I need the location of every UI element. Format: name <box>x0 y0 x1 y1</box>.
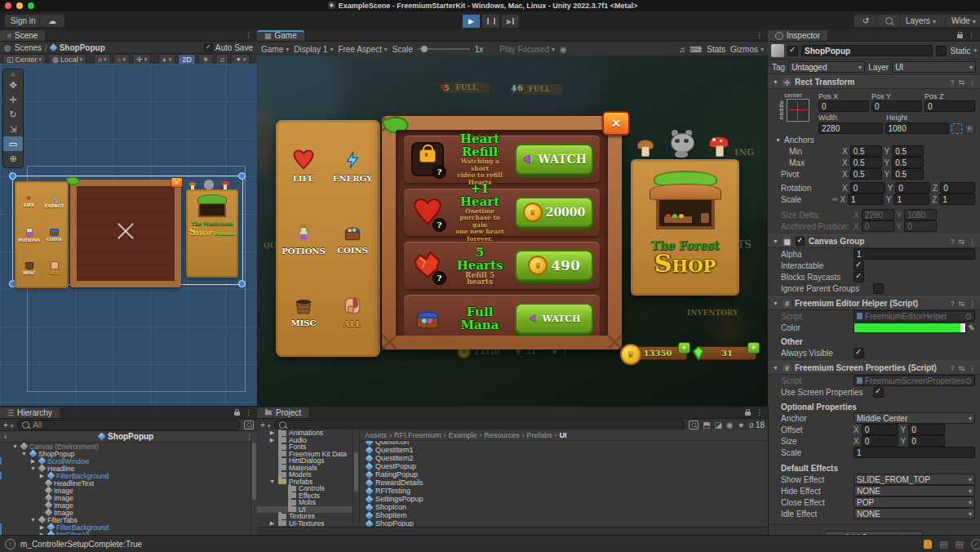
anchor-min-y[interactable]: 0.5 <box>892 145 924 157</box>
folder-tree-scrollbar[interactable] <box>353 430 359 528</box>
help-icon[interactable]: ? <box>950 78 954 87</box>
favorites-icon[interactable]: ★ <box>738 421 745 430</box>
play-button[interactable]: ▶ <box>462 14 481 29</box>
always-visible-checkbox[interactable] <box>854 348 864 358</box>
shop-item-heart-refill[interactable]: ? Heart Refill Watching a short video to… <box>404 136 600 183</box>
auto-save-checkbox[interactable] <box>204 43 212 51</box>
props-scale-field[interactable]: 1 <box>854 447 975 458</box>
hierarchy-scrollbar[interactable] <box>251 441 257 536</box>
tree-row[interactable]: Image <box>0 494 257 501</box>
gameobject-name-field[interactable]: ShopPopup <box>801 45 933 56</box>
rotation-z[interactable]: 0 <box>940 182 975 194</box>
selection-handle[interactable] <box>238 280 246 287</box>
offset-y[interactable]: 0 <box>908 424 945 435</box>
inspector-menu-icon[interactable]: ⋮ <box>968 31 975 39</box>
breadcrumb-shoppopup[interactable]: ShopPopup <box>60 43 105 52</box>
file-row[interactable]: QuestItem1 <box>360 446 768 454</box>
console-message[interactable]: m_ControllerSetupComplete:True <box>20 540 142 549</box>
tab-hierarchy[interactable]: ☰Hierarchy <box>0 407 60 418</box>
watch-button[interactable]: WATCH <box>515 303 593 334</box>
watch-button[interactable]: WATCH <box>515 144 593 175</box>
eyedropper-icon[interactable]: ✎ <box>969 323 975 332</box>
stats-toggle[interactable]: Stats <box>707 45 725 54</box>
maximize-window-icon[interactable] <box>28 2 34 9</box>
raw-mode-button[interactable]: R <box>964 123 975 134</box>
rotation-x[interactable]: 0 <box>850 182 885 194</box>
scene-menu-icon[interactable]: ⋮ <box>245 31 252 39</box>
folder-row[interactable]: ▶Animations <box>257 430 359 437</box>
hidden-count[interactable]: ø18 <box>749 421 765 430</box>
file-row[interactable]: QuestItem2 <box>360 454 768 462</box>
step-button[interactable]: ▶ <box>501 14 520 29</box>
crumb[interactable]: RFI.Freemium <box>394 431 441 439</box>
tree-row[interactable]: ▼Headline <box>0 465 257 472</box>
rect-tool[interactable]: ▭ <box>3 136 23 151</box>
size-y[interactable]: 0 <box>908 435 945 447</box>
active-checkbox[interactable] <box>787 46 798 56</box>
presets-icon[interactable]: ⇆ <box>958 78 964 87</box>
anchor-max-y[interactable]: 0.5 <box>892 157 924 168</box>
pos-x-field[interactable]: 0 <box>818 100 869 112</box>
toolstrip-handle[interactable]: ≡ <box>3 71 23 78</box>
filter-tab-all[interactable]: ALL <box>328 274 377 347</box>
height-field[interactable]: 1080 <box>885 122 950 134</box>
anchor-max-x[interactable]: 0.5 <box>850 157 882 168</box>
layout-dropdown[interactable]: Wide <box>945 14 980 28</box>
close-effect-dropdown[interactable]: POP <box>854 496 975 508</box>
hide-effect-dropdown[interactable]: NONE <box>854 485 975 496</box>
ignore-parent-groups-checkbox[interactable] <box>873 283 884 294</box>
add-gems-button[interactable]: + <box>747 342 760 354</box>
file-row[interactable]: SettingsPopup <box>360 495 768 503</box>
static-dropd-icon[interactable]: ▾ <box>973 47 977 54</box>
collab-status-icon[interactable] <box>924 540 932 549</box>
screen-properties-header[interactable]: ▼# Freemium Screen Properties (Script) ?… <box>768 361 980 375</box>
hierarchy-menu-icon[interactable]: ⋮ <box>245 408 252 416</box>
move-tool[interactable]: ✛ <box>3 92 23 107</box>
pause-button[interactable] <box>481 14 500 29</box>
crumb[interactable]: Prefabs <box>527 431 552 439</box>
folder-row[interactable]: ▶Audio <box>257 437 359 444</box>
rotation-y[interactable]: 0 <box>895 182 930 194</box>
tab-scene[interactable]: #Scene <box>0 30 45 41</box>
file-row[interactable]: RewardDetails <box>360 479 768 487</box>
close-window-icon[interactable] <box>5 2 11 9</box>
size-x[interactable]: 0 <box>862 435 898 447</box>
undo-history-button[interactable]: ↺ <box>854 14 878 28</box>
selection-handle[interactable] <box>9 172 16 180</box>
filter-tab-energy[interactable]: ENERGY <box>328 130 377 203</box>
keyboard-icon[interactable]: ⌨ <box>690 45 702 54</box>
anchor-min-x[interactable]: 0.5 <box>850 145 882 157</box>
hierarchy-search[interactable]: All <box>17 420 240 430</box>
tab-project[interactable]: Project <box>257 407 308 418</box>
pivot-x[interactable]: 0.5 <box>850 168 882 180</box>
game-target-dropdown[interactable]: Game <box>261 45 289 54</box>
global-search-button[interactable] <box>876 14 901 28</box>
search-in-icon[interactable] <box>689 421 698 430</box>
lock-icon[interactable] <box>745 412 751 416</box>
crumb[interactable]: Example <box>449 431 477 439</box>
filter-tab-life[interactable]: LIFE <box>279 130 328 203</box>
aspect-dropdown[interactable]: Free Aspect <box>338 45 387 54</box>
lock-icon[interactable] <box>234 412 240 416</box>
tree-row[interactable]: Image <box>0 487 257 494</box>
context-menu-icon[interactable]: ⋮ <box>246 433 253 441</box>
pos-z-field[interactable]: 0 <box>925 100 975 112</box>
shop-item-plus-one-heart[interactable]: ? +1 Heart Onetime purchase to gain one … <box>404 189 600 236</box>
show-effect-dropdown[interactable]: SLIDE_FROM_TOP <box>854 474 975 485</box>
scale-link-icon[interactable]: ∞ <box>832 195 837 203</box>
tag-dropdown[interactable]: Untagged <box>788 61 865 73</box>
layers-dropdown[interactable]: Layers <box>899 14 948 28</box>
anchor-preset-widget[interactable]: center middle <box>773 91 814 134</box>
anchor-dropdown[interactable]: Middle Center <box>854 412 975 424</box>
blueprint-mode-button[interactable] <box>951 123 962 134</box>
cache-server-icon[interactable]: ▤ <box>939 539 947 550</box>
back-icon[interactable]: ‹ <box>4 432 7 441</box>
file-row[interactable]: QuestPopup <box>360 462 768 470</box>
crumb[interactable]: Assets <box>365 431 387 439</box>
use-screen-properties-checkbox[interactable] <box>873 387 884 398</box>
pos-y-field[interactable]: 0 <box>871 100 922 112</box>
tree-row[interactable]: ▶FilterBackground› <box>0 472 257 479</box>
menu-icon[interactable]: ⋮ <box>969 78 976 87</box>
filter-tab-potions[interactable]: POTIONS <box>279 203 328 275</box>
tree-row[interactable]: Image <box>0 501 257 509</box>
